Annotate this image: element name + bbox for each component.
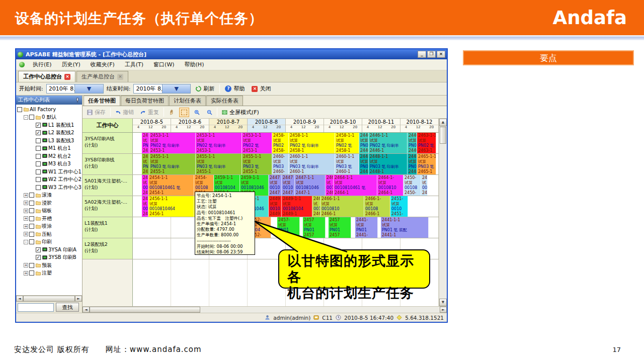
chevron-down-icon[interactable]: ▼ bbox=[74, 84, 103, 93]
menu-item[interactable]: 执行(E) bbox=[28, 60, 56, 69]
scroll-left-icon[interactable]: ◄ bbox=[16, 296, 23, 302]
gantt-bar[interactable]: 2441-1-1试算PN01 笔 装配2441-1 bbox=[381, 217, 429, 238]
gantt-bar[interactable]: 2453-1-1试算PN02 笔 印刷半2453-1 bbox=[149, 133, 196, 153]
gantt-bar[interactable]: 2465-1-1试算PN03 笔2465-1 bbox=[417, 154, 436, 174]
tree-item[interactable]: M1 机台1 bbox=[17, 145, 82, 153]
save-button[interactable]: 保存 bbox=[85, 108, 108, 117]
find-button[interactable]: 查找 bbox=[56, 303, 79, 312]
gantt-bar[interactable]: 246试001246 bbox=[312, 196, 320, 217]
tree-item[interactable]: M2 机台2 bbox=[17, 152, 82, 160]
gantt-tab[interactable]: 任务甘特图 bbox=[84, 96, 120, 106]
gantt-tab[interactable]: 实际任务表 bbox=[206, 96, 243, 106]
scroll-down-icon[interactable]: ▼ bbox=[439, 299, 447, 306]
gantt-bar[interactable]: 2453-1-1试算PN02 笔2453-1 bbox=[242, 133, 272, 153]
start-time-combo[interactable]: 2010年 8月 5日 ▼ bbox=[46, 84, 104, 94]
gantt-bar[interactable]: 2447试算00102447 bbox=[269, 175, 282, 196]
tree-checkbox[interactable] bbox=[29, 216, 34, 221]
tree-checkbox[interactable] bbox=[36, 146, 41, 151]
gantt-tab[interactable]: 每日负荷甘特图 bbox=[121, 96, 169, 106]
gantt-bar[interactable]: 2466-1-试算001082466-1 bbox=[364, 196, 390, 217]
scroll-left-icon[interactable]: ◄ bbox=[83, 307, 90, 313]
gantt-bar[interactable]: 2448-1-1试算PN03 笔 印刷半2448-1 bbox=[369, 154, 408, 174]
gantt-bar[interactable]: 2449-1-1试算001081042449-1 bbox=[282, 196, 312, 217]
gantt-bar[interactable]: 2455-1-1试算PN03 笔 印刷半2455-1 bbox=[149, 154, 196, 174]
close-view-button[interactable]: × 关闭 bbox=[250, 84, 273, 94]
tree-checkbox[interactable] bbox=[36, 177, 41, 182]
gantt-bar[interactable]: 2448试算PN032448 bbox=[408, 154, 417, 174]
tree-checkbox[interactable]: ✓ bbox=[36, 247, 41, 252]
close-button[interactable]: × bbox=[437, 51, 445, 58]
scroll-right-icon[interactable]: ► bbox=[440, 307, 447, 313]
tree-item[interactable]: W1 工作中心1 bbox=[17, 168, 82, 176]
tree-expander-icon[interactable]: + bbox=[24, 193, 28, 198]
tree-checkbox[interactable] bbox=[29, 193, 34, 198]
gantt-row-label[interactable]: 5A01海天注塑机-…(计划) bbox=[83, 175, 133, 196]
tree-checkbox[interactable] bbox=[29, 115, 34, 120]
tree-expander-icon[interactable]: + bbox=[24, 263, 28, 267]
gantt-bar[interactable]: 2466-1-1试算00108102466-1 bbox=[320, 196, 364, 217]
maximize-button[interactable]: ❐ bbox=[427, 51, 436, 58]
gantt-bar[interactable]: 2464-1-试算00108102464-1 bbox=[377, 175, 404, 196]
gantt-bar[interactable]: 2448试算PN032448 bbox=[359, 154, 369, 174]
tree-expander-icon[interactable]: + bbox=[24, 224, 28, 229]
scroll-right-icon[interactable]: ► bbox=[75, 296, 82, 302]
gantt-bar[interactable]: 24试PN24 bbox=[142, 133, 149, 153]
tree-item[interactable]: +注塑 bbox=[17, 269, 82, 278]
tree-hscrollbar[interactable]: ◄ ► bbox=[16, 295, 82, 302]
tree-checkbox[interactable] bbox=[36, 161, 41, 166]
gantt-bar[interactable]: 24试0024 bbox=[421, 175, 428, 196]
doc-tab[interactable]: 生产单总控台× bbox=[76, 71, 128, 82]
gantt-bar[interactable]: 2458-试算PN022458- bbox=[272, 133, 289, 153]
tree-item[interactable]: -印刷 bbox=[17, 238, 82, 246]
minimize-button[interactable]: _ bbox=[418, 51, 426, 58]
tree-checkbox[interactable] bbox=[36, 169, 41, 174]
tree-expander-icon[interactable]: - bbox=[24, 115, 28, 120]
gantt-bar[interactable]: 2458-1-1试算PN02 笔2458-1 bbox=[335, 133, 359, 153]
tree-expander-icon[interactable]: - bbox=[24, 240, 28, 244]
tree-item[interactable]: ✓3YSA 印刷A bbox=[17, 246, 82, 254]
tree-checkbox[interactable]: ✓ bbox=[36, 130, 41, 135]
gantt-bar[interactable]: 2453-1-1试算PN02 笔 印刷半2453-1 bbox=[196, 133, 242, 153]
gantt-bar[interactable]: 2449试算00102449 bbox=[269, 196, 282, 217]
tree-expander-icon[interactable]: + bbox=[24, 209, 28, 213]
tree-item[interactable]: +喷涂 bbox=[17, 223, 82, 231]
gantt-bar[interactable]: 245试001245 bbox=[142, 196, 148, 217]
app-menu-icon[interactable] bbox=[19, 62, 25, 67]
redo-button[interactable]: 重复 bbox=[138, 108, 161, 117]
gantt-bar[interactable]: 245试001245 bbox=[142, 175, 148, 196]
gantt-bar[interactable]: 2454-1-1试算0010810461 笔2454-1 bbox=[148, 175, 194, 196]
gantt-bar[interactable]: 2456-1-1试算00108104642456-1 bbox=[148, 196, 194, 217]
tree-expander-icon[interactable]: + bbox=[24, 232, 28, 236]
tree-checkbox[interactable] bbox=[29, 270, 34, 276]
tree-item[interactable]: M3 机台3 bbox=[17, 160, 82, 168]
gantt-bar[interactable]: 2455-1-1试算PN03 笔2455-1 bbox=[242, 154, 272, 174]
hand-tool-button[interactable] bbox=[167, 108, 177, 117]
gantt-tab[interactable]: 计划任务表 bbox=[169, 96, 206, 106]
gantt-bar[interactable]: 2458-1-1试算PN02 笔 印刷半2458-1 bbox=[289, 133, 335, 153]
tree-checkbox[interactable] bbox=[29, 232, 34, 237]
tree-item[interactable]: ✓3YSB 印刷B bbox=[17, 254, 82, 262]
find-input[interactable] bbox=[18, 303, 54, 312]
tree-checkbox[interactable]: ✓ bbox=[36, 123, 41, 128]
tree-expander-icon[interactable]: + bbox=[24, 216, 28, 221]
end-time-combo[interactable]: 2010年 8月12日 ▼ bbox=[133, 84, 191, 94]
gantt-bar[interactable]: 2446试算PN022446 bbox=[359, 133, 369, 153]
tree-item[interactable]: +滚漆 bbox=[17, 192, 82, 200]
menu-item[interactable]: 收藏夹(F) bbox=[86, 60, 119, 69]
tree-item[interactable]: W3 工作中心3 bbox=[17, 184, 82, 192]
gantt-bar[interactable]: 2447-1-1试算0010810462447-1 bbox=[295, 175, 326, 196]
gantt-bar[interactable]: 246试001246 bbox=[326, 175, 334, 196]
help-button[interactable]: ? 帮助 bbox=[223, 84, 247, 94]
gantt-row-label[interactable]: 5A02海天注塑机-…(计划) bbox=[83, 196, 133, 217]
gantt-bar[interactable]: 2451-试算00102451- bbox=[390, 196, 408, 217]
tree-item[interactable]: +压帖 bbox=[17, 230, 82, 238]
gantt-row-label[interactable]: 3YSA印刷A线(计划) bbox=[83, 133, 133, 153]
gantt-bar[interactable]: 2460-1-1试算PN03 笔2460-1 bbox=[335, 154, 359, 174]
menu-item[interactable]: 帮助(H) bbox=[180, 60, 209, 69]
gantt-row-label[interactable]: L2装配线2(计划) bbox=[83, 238, 133, 259]
gantt-bar[interactable]: 2446试算PN022446 bbox=[408, 133, 417, 153]
gantt-bar[interactable]: 2446-1-1试算PN02 笔 印刷半2446-1 bbox=[369, 133, 408, 153]
chevron-down-icon[interactable]: ▼ bbox=[162, 84, 191, 93]
tree-checkbox[interactable] bbox=[17, 107, 22, 112]
gantt-bar[interactable]: 2464-1-1试算0010810461 笔2464-1 bbox=[334, 175, 377, 196]
